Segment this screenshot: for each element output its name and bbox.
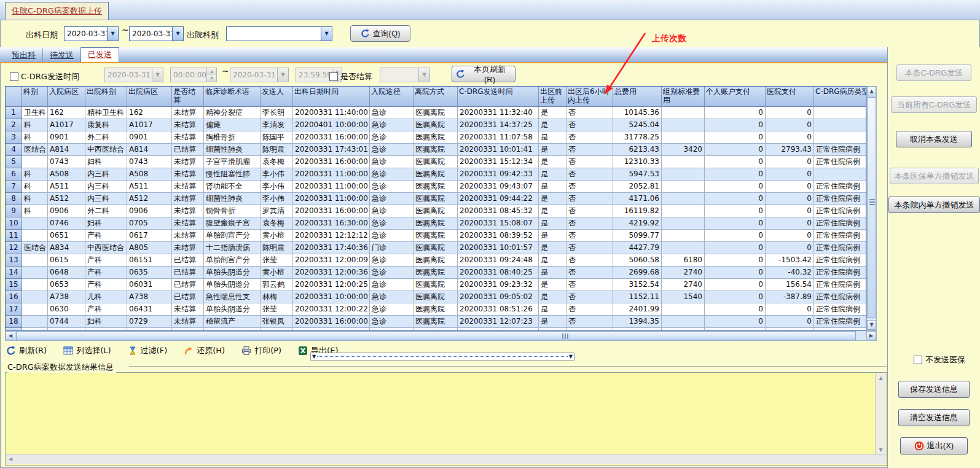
cell[interactable]: 外二科 xyxy=(85,131,127,144)
cell[interactable]: 0 xyxy=(766,242,814,254)
cell[interactable] xyxy=(22,303,48,316)
cell[interactable]: 是 xyxy=(539,119,566,131)
cell[interactable]: 0 xyxy=(766,193,814,205)
cell[interactable]: 0743 xyxy=(48,156,85,168)
cell[interactable]: 已结算 xyxy=(172,291,204,303)
cell[interactable]: 否 xyxy=(566,107,613,119)
cell[interactable]: 十二指肠溃疡 xyxy=(204,242,261,254)
cell[interactable]: A738 xyxy=(127,291,172,303)
cell[interactable]: 20200401 10:00:00 xyxy=(293,119,370,131)
save-send-info-button[interactable]: 保存发送信息 xyxy=(898,381,970,398)
cell[interactable] xyxy=(662,230,705,242)
cell[interactable]: 急诊 xyxy=(370,303,414,316)
cell[interactable]: 急诊 xyxy=(370,217,414,230)
cell[interactable]: 0743 xyxy=(127,156,172,168)
cell[interactable]: 单胎头阴道分 xyxy=(204,267,261,279)
cell[interactable] xyxy=(22,291,48,303)
cell[interactable]: 未结算 xyxy=(172,131,204,144)
cell[interactable]: 产科 xyxy=(85,254,127,267)
row-number-cell[interactable]: 13 xyxy=(6,254,22,267)
cell[interactable]: A508 xyxy=(127,168,172,181)
grid-horizontal-scrollbar[interactable]: ◀ ▶ xyxy=(5,330,877,341)
cell[interactable]: 0 xyxy=(705,205,766,217)
cell[interactable]: 0746 xyxy=(48,217,85,230)
toolbar-item-1[interactable]: 列选择(L) xyxy=(63,345,111,356)
tab-2[interactable]: 已发送 xyxy=(80,47,119,62)
cell[interactable]: 20200331 09:44:22 xyxy=(458,193,539,205)
cell[interactable]: 儿科 xyxy=(85,291,127,303)
cell[interactable]: 急诊 xyxy=(370,168,414,181)
cell[interactable] xyxy=(22,316,48,328)
column-header-1[interactable]: 入院病区 xyxy=(48,87,85,107)
grid-vertical-scrollbar[interactable]: ▲ ▼ xyxy=(866,86,877,330)
cell[interactable]: 李小伟 xyxy=(261,181,293,193)
cell[interactable]: 否 xyxy=(566,303,613,316)
cell[interactable]: 0 xyxy=(705,217,766,230)
cell[interactable]: 稽留流产 xyxy=(204,316,261,328)
cell[interactable]: 是 xyxy=(539,156,566,168)
cell[interactable]: 1540 xyxy=(662,291,705,303)
cell[interactable]: A834 xyxy=(48,242,85,254)
cell[interactable]: 12310.33 xyxy=(613,156,662,168)
cell[interactable]: 0 xyxy=(705,291,766,303)
date-to-picker[interactable]: 2020-03-31 ▼ xyxy=(129,26,184,41)
column-header-4[interactable]: 是否结算 xyxy=(172,87,204,107)
cell[interactable]: 20200331 08:45:32 xyxy=(458,205,539,217)
cell[interactable]: 0 xyxy=(705,316,766,328)
cell[interactable]: 是 xyxy=(539,107,566,119)
cell[interactable]: 6213.43 xyxy=(613,144,662,156)
cell[interactable]: 是 xyxy=(539,168,566,181)
table-row[interactable]: 170630产科06431未结算单胎头阴道分张莹20200331 12:00:2… xyxy=(6,303,866,316)
chevron-down-icon[interactable]: ▼ xyxy=(277,68,288,82)
cell[interactable]: 0615 xyxy=(48,254,85,267)
cell[interactable] xyxy=(662,217,705,230)
scrollbar-thumb[interactable] xyxy=(16,331,856,340)
cell[interactable]: 0 xyxy=(705,242,766,254)
table-row[interactable]: 7科A511内三科A511未结算肾功能不全李小伟20200331 11:00:0… xyxy=(6,181,866,193)
cell[interactable]: 医嘱离院 xyxy=(414,230,458,242)
cell[interactable]: 20200331 10:01:57 xyxy=(458,242,539,254)
cell[interactable] xyxy=(814,168,866,181)
cell[interactable]: 未结算 xyxy=(172,193,204,205)
cell[interactable] xyxy=(662,303,705,316)
cell[interactable]: 急诊 xyxy=(370,279,414,291)
cell[interactable]: 医嘱离院 xyxy=(414,168,458,181)
query-button[interactable]: 查询(Q) xyxy=(350,25,410,42)
cell[interactable]: 医嘱离院 xyxy=(414,107,458,119)
cell[interactable]: 20200331 12:00:09 xyxy=(293,254,370,267)
cell[interactable]: 20200331 11:32:40 xyxy=(458,107,539,119)
cell[interactable]: 急诊 xyxy=(370,291,414,303)
cell[interactable]: 否 xyxy=(566,316,613,328)
cell[interactable]: -1503.42 xyxy=(766,254,814,267)
send-time-from-spinner[interactable]: 00:00:00 ▲▼ xyxy=(170,68,217,82)
cell[interactable]: 0630 xyxy=(48,303,85,316)
column-header-6[interactable]: 发送人 xyxy=(261,87,293,107)
cell[interactable]: 5060.58 xyxy=(613,254,662,267)
cell[interactable]: 锁骨骨折 xyxy=(204,205,261,217)
cell[interactable]: 陈明震 xyxy=(261,144,293,156)
column-header-5[interactable]: 临床诊断术语 xyxy=(204,87,261,107)
cell[interactable]: 20200331 08:51:26 xyxy=(458,303,539,316)
cell[interactable] xyxy=(814,131,866,144)
cell[interactable] xyxy=(22,217,48,230)
cell[interactable]: 正常住院病例 xyxy=(814,279,866,291)
row-number-cell[interactable]: 14 xyxy=(6,267,22,279)
cell[interactable]: 0 xyxy=(705,119,766,131)
row-number-cell[interactable]: 6 xyxy=(6,168,22,181)
table-row[interactable]: 180744妇科0729未结算稽留流产张银凤20200331 16:00:00急… xyxy=(6,316,866,328)
cell[interactable]: -40.32 xyxy=(766,267,814,279)
column-header-15[interactable]: 个人账户支付 xyxy=(705,87,766,107)
cell[interactable]: 0 xyxy=(705,193,766,205)
cell[interactable]: 未结算 xyxy=(172,119,204,131)
cell[interactable]: 16119.82 xyxy=(613,205,662,217)
cell[interactable]: 急诊 xyxy=(370,131,414,144)
cell[interactable] xyxy=(662,316,705,328)
cell[interactable]: 2740 xyxy=(662,279,705,291)
cell[interactable]: 1152.11 xyxy=(613,291,662,303)
cell[interactable]: 产科 xyxy=(85,279,127,291)
cell[interactable]: 是 xyxy=(539,303,566,316)
cell[interactable]: 医结合 xyxy=(22,242,48,254)
row-number-cell[interactable]: 9 xyxy=(6,205,22,217)
cell[interactable]: 未结算 xyxy=(172,242,204,254)
cell[interactable] xyxy=(662,205,705,217)
